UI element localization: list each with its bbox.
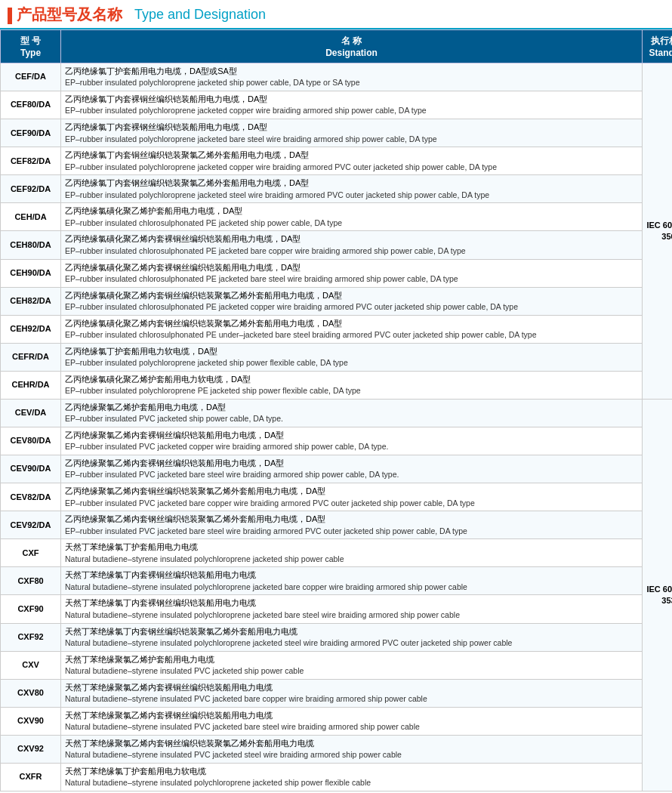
page-header: 产品型号及名称 Type and Designation xyxy=(0,0,672,29)
table-row: CEH92/DA乙丙绝缘氯磺化聚乙烯内套钢丝编织铠装聚氯乙烯外套船用电力电缆，D… xyxy=(1,315,673,343)
table-row: CEF82/DA乙丙绝缘氯丁内套铜丝编织铠装聚氯乙烯外套船用电力电缆，DA型EP… xyxy=(1,147,673,175)
cell-name: 乙丙绝缘聚氯乙烯内套铜丝编织铠装聚氯乙烯外套船用电力电缆，DA型EP–rubbe… xyxy=(61,483,643,511)
table-row: CXV天然丁苯绝缘聚氯乙烯护套船用电力电缆Natural butadiene–s… xyxy=(1,651,673,679)
cell-type: CXV92 xyxy=(1,735,61,763)
table-row: CEV80/DA乙丙绝缘聚氯乙烯内套裸铜丝编织铠装船用电力电缆，DA型EP–ru… xyxy=(1,427,673,455)
table-row: CXV90天然丁苯绝缘聚氯乙烯内套裸钢丝编织铠装船用电力电缆Natural bu… xyxy=(1,707,673,735)
cell-name-cn: 乙丙绝缘氯磺化聚乙烯内套裸铜丝编织铠装船用电力电缆，DA型 xyxy=(65,233,638,245)
col-std-en: Standard xyxy=(646,48,672,58)
cell-name: 天然丁苯绝缘聚氯乙烯护套船用电力电缆Natural butadiene–styr… xyxy=(61,651,643,679)
table-row: CXF80天然丁苯绝缘氯丁内套裸铜丝编织铠装船用电力电缆Natural buta… xyxy=(1,567,673,595)
table-row: CXFR天然丁苯绝缘氯丁护套船用电力软电缆Natural butadiene–s… xyxy=(1,763,673,791)
cell-name: 乙丙绝缘氯磺化聚乙烯护套船用电力软电缆，DA型EP–rubber insulat… xyxy=(61,371,643,399)
cell-type: CXFR xyxy=(1,763,61,791)
cell-name-en: Natural butadiene–styrene insulated PVC … xyxy=(65,749,638,761)
cell-name-en: EP–rubber insulated chlorosulphonated PE… xyxy=(65,218,638,229)
cell-type: CEV90/DA xyxy=(1,455,61,483)
cell-name-en: EP–rubber insulated PVC jacketed bare st… xyxy=(65,469,638,480)
table-row: CEF80/DA乙丙绝缘氯丁内套裸铜丝编织铠装船用电力电缆，DA型EP–rubb… xyxy=(1,91,673,119)
cell-type: CEF82/DA xyxy=(1,147,61,175)
cell-name-cn: 乙丙绝缘氯磺化聚乙烯护套船用电力软电缆，DA型 xyxy=(65,374,638,385)
cell-name: 乙丙绝缘聚氯乙烯护套船用电力电缆，DA型EP–rubber insulated … xyxy=(61,399,643,427)
table-row: CEV90/DA乙丙绝缘聚氯乙烯内套裸钢丝编织铠装船用电力电缆，DA型EP–ru… xyxy=(1,455,673,483)
cell-type: CEF92/DA xyxy=(1,175,61,203)
page-title-en: Type and Designation xyxy=(134,7,266,23)
cell-type: CEF/DA xyxy=(1,63,61,91)
cell-name-cn: 乙丙绝缘聚氯乙烯内套裸铜丝编织铠装船用电力电缆，DA型 xyxy=(65,430,638,441)
cell-type: CEH90/DA xyxy=(1,259,61,287)
cell-name: 乙丙绝缘氯丁内套裸铜丝编织铠装船用电力电缆，DA型EP–rubber insul… xyxy=(61,91,643,119)
cell-name-cn: 乙丙绝缘聚氯乙烯内套钢丝编织铠装聚氯乙烯外套船用电力电缆，DA型 xyxy=(65,514,638,525)
cell-name: 乙丙绝缘氯丁内套裸钢丝编织铠装船用电力电缆，DA型EP–rubber insul… xyxy=(61,119,643,147)
table-row: CEH80/DA乙丙绝缘氯磺化聚乙烯内套裸铜丝编织铠装船用电力电缆，DA型EP–… xyxy=(1,231,673,259)
table-row: CXF天然丁苯绝缘氯丁护套船用电力电缆Natural butadiene–sty… xyxy=(1,539,673,567)
col-type-en: Type xyxy=(4,48,57,58)
cell-name-en: EP–rubber insulated polychloroprene jack… xyxy=(65,190,638,201)
col-header-name: 名 称 Designation xyxy=(61,30,643,63)
cell-type: CEV92/DA xyxy=(1,511,61,539)
cell-name-cn: 天然丁苯绝缘氯丁内套裸铜丝编织铠装船用电力电缆 xyxy=(65,569,638,581)
table-row: CEV82/DA乙丙绝缘聚氯乙烯内套铜丝编织铠装聚氯乙烯外套船用电力电缆，DA型… xyxy=(1,483,673,511)
cell-name-en: EP–rubber insulated polychloroprene jack… xyxy=(65,105,638,116)
table-row: CXV92天然丁苯绝缘聚氯乙烯内套钢丝编织铠装聚氯乙烯外套船用电力电缆Natur… xyxy=(1,735,673,763)
cell-name-cn: 乙丙绝缘氯磺化聚乙烯内套铜丝编织铠装聚氯乙烯外套船用电力电缆，DA型 xyxy=(65,290,638,301)
cell-name-en: EP–rubber insulated polychloroprene PE j… xyxy=(65,385,638,396)
table-header-row: 型 号 Type 名 称 Designation 执行标准 Standard xyxy=(1,30,673,63)
cell-name: 乙丙绝缘氯磺化聚乙烯内套裸钢丝编织铠装船用电力电缆，DA型EP–rubber i… xyxy=(61,259,643,287)
cell-name-cn: 天然丁苯绝缘氯丁护套船用电力软电缆 xyxy=(65,766,638,777)
cell-name: 天然丁苯绝缘聚氯乙烯内套裸铜丝编织铠装船用电力电缆Natural butadie… xyxy=(61,679,643,707)
table-row: CEH82/DA乙丙绝缘氯磺化聚乙烯内套铜丝编织铠装聚氯乙烯外套船用电力电缆，D… xyxy=(1,287,673,315)
cell-type: CXF80 xyxy=(1,567,61,595)
cell-name: 天然丁苯绝缘氯丁内套钢丝编织铠装聚氯乙烯外套船用电力电缆Natural buta… xyxy=(61,623,643,651)
cell-standard-2: IEC 60092–353 xyxy=(643,399,673,791)
cell-type: CXV90 xyxy=(1,707,61,735)
cell-name-cn: 乙丙绝缘氯丁护套船用电力电缆，DA型或SA型 xyxy=(65,66,638,77)
cell-name-cn: 乙丙绝缘氯丁内套裸铜丝编织铠装船用电力电缆，DA型 xyxy=(65,94,638,105)
cell-name: 乙丙绝缘氯丁内套铜丝编织铠装聚氯乙烯外套船用电力电缆，DA型EP–rubber … xyxy=(61,147,643,175)
table-row: CXF90天然丁苯绝缘氯丁内套裸钢丝编织铠装船用电力电缆Natural buta… xyxy=(1,595,673,623)
cell-type: CEHR/DA xyxy=(1,371,61,399)
cell-name-en: EP–rubber insulated polychloroprene jack… xyxy=(65,77,638,88)
cell-name-cn: 乙丙绝缘氯丁内套铜丝编织铠装聚氯乙烯外套船用电力电缆，DA型 xyxy=(65,150,638,161)
cell-name-cn: 天然丁苯绝缘聚氯乙烯内套裸钢丝编织铠装船用电力电缆 xyxy=(65,710,638,721)
cell-name-en: EP–rubber insulated PVC jacketed bare co… xyxy=(65,498,638,509)
cell-type: CEV/DA xyxy=(1,399,61,427)
cell-name-cn: 乙丙绝缘聚氯乙烯内套铜丝编织铠装聚氯乙烯外套船用电力电缆，DA型 xyxy=(65,486,638,497)
col-header-standard: 执行标准 Standard xyxy=(643,30,673,63)
cell-name: 天然丁苯绝缘氯丁内套裸铜丝编织铠装船用电力电缆Natural butadiene… xyxy=(61,567,643,595)
cell-name-cn: 天然丁苯绝缘氯丁内套钢丝编织铠装聚氯乙烯外套船用电力电缆 xyxy=(65,626,638,637)
cell-name-en: EP–rubber insulated chlorosulphonated PE… xyxy=(65,329,638,341)
cell-name: 天然丁苯绝缘氯丁护套船用电力电缆Natural butadiene–styren… xyxy=(61,539,643,567)
cell-name-en: EP–rubber insulated chlorosulphonated PE… xyxy=(65,245,638,257)
cell-name-en: Natural butadiene–styrene insulated poly… xyxy=(65,582,638,593)
cell-name-en: Natural butadiene–styrene insulated poly… xyxy=(65,554,638,565)
cell-name-cn: 乙丙绝缘氯磺化聚乙烯内套裸钢丝编织铠装船用电力电缆，DA型 xyxy=(65,262,638,273)
col-type-cn: 型 号 xyxy=(4,35,57,48)
cell-name: 天然丁苯绝缘聚氯乙烯内套钢丝编织铠装聚氯乙烯外套船用电力电缆Natural bu… xyxy=(61,735,643,763)
cell-type: CEH92/DA xyxy=(1,315,61,343)
cell-type: CXF90 xyxy=(1,595,61,623)
cell-name-cn: 天然丁苯绝缘氯丁护套船用电力电缆 xyxy=(65,542,638,553)
cell-name: 乙丙绝缘氯丁护套船用电力软电缆，DA型EP–rubber insulated p… xyxy=(61,343,643,371)
cell-standard-1: IEC 60092–350 xyxy=(643,63,673,400)
cell-name-cn: 天然丁苯绝缘聚氯乙烯护套船用电力电缆 xyxy=(65,654,638,665)
table-row: CXF92天然丁苯绝缘氯丁内套钢丝编织铠装聚氯乙烯外套船用电力电缆Natural… xyxy=(1,623,673,651)
cell-name-en: Natural butadiene–styrene insulated poly… xyxy=(65,777,638,788)
cell-name: 天然丁苯绝缘氯丁内套裸钢丝编织铠装船用电力电缆Natural butadiene… xyxy=(61,595,643,623)
cell-type: CXV80 xyxy=(1,679,61,707)
table-row: CEV/DA乙丙绝缘聚氯乙烯护套船用电力电缆，DA型EP–rubber insu… xyxy=(1,399,673,427)
cell-type: CXV xyxy=(1,651,61,679)
cell-type: CXF xyxy=(1,539,61,567)
cell-type: CEV80/DA xyxy=(1,427,61,455)
cell-name-en: Natural butadiene–styrene insulated PVC … xyxy=(65,665,638,677)
cell-name-en: EP–rubber insulated chlorosulphonated PE… xyxy=(65,301,638,313)
cell-type: CEFR/DA xyxy=(1,343,61,371)
cell-name: 乙丙绝缘聚氯乙烯内套裸铜丝编织铠装船用电力电缆，DA型EP–rubber ins… xyxy=(61,427,643,455)
cell-name: 乙丙绝缘氯磺化聚乙烯内套裸铜丝编织铠装船用电力电缆，DA型EP–rubber i… xyxy=(61,231,643,259)
cell-name: 乙丙绝缘氯丁内套钢丝编织铠装聚氯乙烯外套船用电力电缆，DA型EP–rubber … xyxy=(61,175,643,203)
cell-name-cn: 乙丙绝缘氯丁内套裸钢丝编织铠装船用电力电缆，DA型 xyxy=(65,122,638,133)
col-name-cn: 名 称 xyxy=(64,35,639,48)
cell-name-cn: 乙丙绝缘聚氯乙烯护套船用电力电缆，DA型 xyxy=(65,402,638,413)
cell-name: 乙丙绝缘聚氯乙烯内套裸钢丝编织铠装船用电力电缆，DA型EP–rubber ins… xyxy=(61,455,643,483)
page-wrapper: 产品型号及名称 Type and Designation 型 号 Type 名 … xyxy=(0,0,672,791)
